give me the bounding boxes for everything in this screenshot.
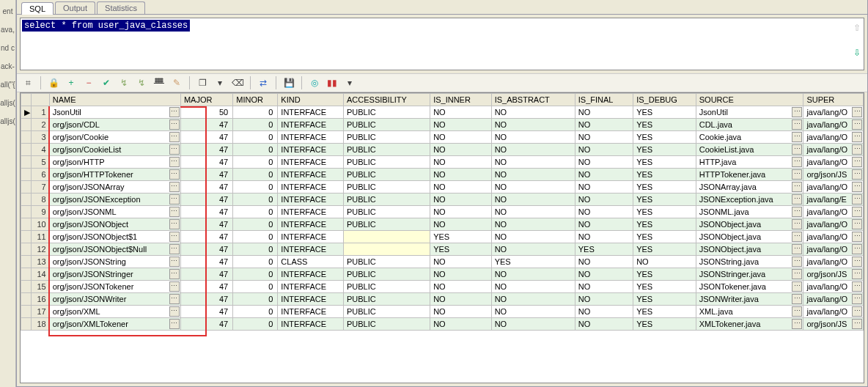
col-header-source[interactable]: SOURCE: [696, 94, 803, 106]
tab-output[interactable]: Output: [55, 1, 95, 14]
cell-is-abstract[interactable]: NO: [491, 231, 575, 243]
cell-is-abstract[interactable]: NO: [491, 268, 575, 281]
cell-name[interactable]: org/json/JSONML: [49, 206, 180, 218]
cell-minor[interactable]: 0: [233, 181, 278, 194]
table-row[interactable]: 4org/json/CookieList470INTERFACEPUBLICNO…: [21, 144, 864, 156]
cell-is-debug[interactable]: YES: [633, 144, 696, 156]
cell-source[interactable]: XML.java: [696, 306, 803, 318]
cell-super[interactable]: java/lang/O: [803, 106, 864, 119]
cell-is-debug[interactable]: YES: [633, 318, 696, 331]
cell-is-debug[interactable]: YES: [633, 231, 696, 243]
cell-minor[interactable]: 0: [233, 231, 278, 243]
cell-major[interactable]: 47: [180, 256, 232, 268]
cell-major[interactable]: 47: [180, 268, 232, 281]
cell-super[interactable]: java/lang/O: [803, 231, 864, 243]
cell-is-final[interactable]: NO: [575, 306, 633, 318]
cell-is-abstract[interactable]: NO: [491, 181, 575, 194]
table-row[interactable]: 12org/json/JSONObject$Null470INTERFACEYE…: [21, 243, 864, 256]
col-header-is_debug[interactable]: IS_DEBUG: [633, 94, 696, 106]
table-row[interactable]: 9org/json/JSONML470INTERFACEPUBLICNONONO…: [21, 206, 864, 218]
cell-name[interactable]: org/json/XMLTokener: [49, 318, 180, 331]
cell-minor[interactable]: 0: [233, 293, 278, 306]
cell-is-inner[interactable]: NO: [430, 281, 492, 293]
col-header-is_abstract[interactable]: IS_ABSTRACT: [491, 94, 575, 106]
tab-statistics[interactable]: Statistics: [97, 1, 145, 14]
cell-is-inner[interactable]: NO: [430, 268, 492, 281]
cell-minor[interactable]: 0: [233, 243, 278, 256]
cell-super[interactable]: org/json/JS: [803, 318, 864, 331]
result-grid[interactable]: NAMEMAJORMINORKINDACCESSIBILITYIS_INNERI…: [20, 92, 864, 383]
cell-is-abstract[interactable]: YES: [491, 256, 575, 268]
cell-accessibility[interactable]: PUBLIC: [343, 218, 430, 231]
cell-minor[interactable]: 0: [233, 281, 278, 293]
cell-is-inner[interactable]: NO: [430, 256, 492, 268]
cell-accessibility[interactable]: PUBLIC: [343, 318, 430, 331]
scroll-up-icon[interactable]: ⇧: [853, 23, 861, 33]
cell-kind[interactable]: INTERFACE: [278, 169, 344, 181]
cell-is-debug[interactable]: YES: [633, 281, 696, 293]
cell-is-debug[interactable]: YES: [633, 131, 696, 144]
cell-is-inner[interactable]: NO: [430, 119, 492, 131]
cell-name[interactable]: org/json/CDL: [49, 119, 180, 131]
cell-is-final[interactable]: NO: [575, 231, 633, 243]
cell-minor[interactable]: 0: [233, 156, 278, 169]
cell-is-abstract[interactable]: NO: [491, 306, 575, 318]
edit-icon[interactable]: ✎: [170, 76, 183, 89]
cell-is-inner[interactable]: NO: [430, 131, 492, 144]
cell-minor[interactable]: 0: [233, 206, 278, 218]
cell-minor[interactable]: 0: [233, 119, 278, 131]
cell-super[interactable]: java/lang/O: [803, 218, 864, 231]
cell-name[interactable]: org/json/JSONException: [49, 194, 180, 206]
cell-is-final[interactable]: NO: [575, 144, 633, 156]
col-header-super[interactable]: SUPER: [803, 94, 864, 106]
cell-name[interactable]: org/json/XML: [49, 306, 180, 318]
cell-is-debug[interactable]: YES: [633, 218, 696, 231]
cell-accessibility[interactable]: PUBLIC: [343, 281, 430, 293]
cell-source[interactable]: JsonUtil: [696, 106, 803, 119]
table-row[interactable]: 17org/json/XML470INTERFACEPUBLICNONONOYE…: [21, 306, 864, 318]
db-icon-icon[interactable]: ◎: [308, 76, 321, 89]
cell-major[interactable]: 50: [180, 106, 232, 119]
cell-is-debug[interactable]: YES: [633, 119, 696, 131]
grid-options-icon[interactable]: ⌗: [21, 76, 34, 89]
cell-is-final[interactable]: NO: [575, 156, 633, 169]
cell-is-final[interactable]: NO: [575, 169, 633, 181]
cell-source[interactable]: XMLTokener.java: [696, 318, 803, 331]
cell-source[interactable]: JSONObject.java: [696, 243, 803, 256]
cell-is-inner[interactable]: YES: [430, 243, 492, 256]
cell-super[interactable]: java/lang/O: [803, 293, 864, 306]
cell-source[interactable]: JSONStringer.java: [696, 268, 803, 281]
lock-icon[interactable]: 🔒: [47, 76, 60, 89]
cell-super[interactable]: org/json/JS: [803, 169, 864, 181]
find-icon[interactable]: ᚙ: [152, 76, 166, 89]
chart-menu-icon[interactable]: ▾: [343, 76, 356, 89]
cell-kind[interactable]: INTERFACE: [278, 181, 344, 194]
cell-major[interactable]: 47: [180, 306, 232, 318]
clear-icon[interactable]: ⌫: [231, 76, 244, 89]
cell-source[interactable]: Cookie.java: [696, 131, 803, 144]
cell-accessibility[interactable]: PUBLIC: [343, 293, 430, 306]
cell-name[interactable]: org/json/JSONString: [49, 256, 180, 268]
cell-source[interactable]: HTTPTokener.java: [696, 169, 803, 181]
cell-is-final[interactable]: YES: [575, 243, 633, 256]
cell-name[interactable]: org/json/JSONTokener: [49, 281, 180, 293]
cell-source[interactable]: JSONArray.java: [696, 181, 803, 194]
cell-is-debug[interactable]: YES: [633, 206, 696, 218]
cell-is-debug[interactable]: YES: [633, 268, 696, 281]
col-header-is_inner[interactable]: IS_INNER: [430, 94, 492, 106]
cell-name[interactable]: org/json/JSONObject$1: [49, 231, 180, 243]
cell-is-inner[interactable]: NO: [430, 206, 492, 218]
cell-major[interactable]: 47: [180, 318, 232, 331]
cell-source[interactable]: CookieList.java: [696, 144, 803, 156]
table-row[interactable]: 7org/json/JSONArray470INTERFACEPUBLICNON…: [21, 181, 864, 194]
cell-kind[interactable]: INTERFACE: [278, 156, 344, 169]
cell-is-final[interactable]: NO: [575, 206, 633, 218]
cell-is-debug[interactable]: YES: [633, 306, 696, 318]
cell-is-abstract[interactable]: NO: [491, 156, 575, 169]
sql-editor[interactable]: select * from user_java_classes ⇧ ⇩: [20, 18, 864, 70]
cell-kind[interactable]: INTERFACE: [278, 131, 344, 144]
cell-is-final[interactable]: NO: [575, 256, 633, 268]
cell-source[interactable]: JSONObject.java: [696, 231, 803, 243]
cell-major[interactable]: 47: [180, 131, 232, 144]
cell-is-debug[interactable]: YES: [633, 156, 696, 169]
